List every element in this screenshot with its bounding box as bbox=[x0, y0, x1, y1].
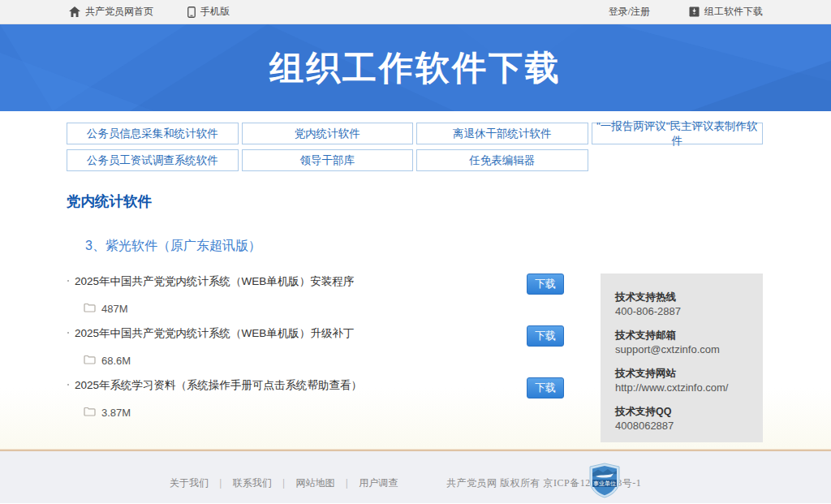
home-link-label: 共产党员网首页 bbox=[85, 5, 153, 19]
login-register-label: 登录/注册 bbox=[609, 5, 650, 19]
file-size: 3.87M bbox=[101, 407, 131, 419]
nav-button-retired-cadre-statistics[interactable]: 离退休干部统计软件 bbox=[416, 123, 588, 144]
file-size: 68.6M bbox=[101, 355, 131, 367]
download-item-head: 2025年中国共产党党内统计系统（WEB单机版）安装程序 下载 bbox=[67, 274, 601, 295]
phone-icon bbox=[187, 6, 196, 18]
content-row: 2025年中国共产党党内统计系统（WEB单机版）安装程序 下载 487M bbox=[67, 274, 763, 442]
footer-link-about[interactable]: 关于我们 bbox=[170, 476, 209, 490]
login-register-link[interactable]: 登录/注册 bbox=[609, 5, 650, 19]
footer-links: 关于我们 ｜ 联系我们 ｜ 网站地图 ｜ 用户调查 bbox=[170, 476, 398, 490]
download-item-meta: 68.6M bbox=[84, 354, 601, 367]
support-qq-label: 技术支持QQ bbox=[615, 405, 748, 419]
file-size: 487M bbox=[101, 303, 128, 315]
download-button[interactable]: 下载 bbox=[527, 325, 564, 347]
support-panel: 技术支持热线 400-806-2887 技术支持邮箱 support@cxtzi… bbox=[601, 274, 763, 442]
page: 共产党员网首页 手机版 登录/注册 组工软件下载 bbox=[0, 0, 831, 504]
topbar-inner: 共产党员网首页 手机版 登录/注册 组工软件下载 bbox=[0, 0, 831, 24]
topbar: 共产党员网首页 手机版 登录/注册 组工软件下载 bbox=[0, 0, 831, 24]
support-qq-value: 4008062887 bbox=[615, 419, 748, 433]
topbar-right: 登录/注册 组工软件下载 bbox=[609, 5, 763, 19]
folder-icon bbox=[84, 405, 96, 420]
support-hotline: 技术支持热线 400-806-2887 bbox=[615, 291, 748, 318]
download-tray-icon bbox=[689, 6, 700, 17]
subsection-title: 3、紫光软件（原广东超讯版） bbox=[85, 238, 763, 255]
page-title: 组织工作软件下载 bbox=[0, 24, 831, 111]
download-item-title: 2025年系统学习资料（系统操作手册可点击系统帮助查看） bbox=[75, 377, 362, 393]
support-website-label: 技术支持网站 bbox=[615, 367, 748, 381]
footer: 关于我们 ｜ 联系我们 ｜ 网站地图 ｜ 用户调查 共产党员网 版权所有 京IC… bbox=[0, 451, 831, 503]
software-download-label: 组工软件下载 bbox=[704, 5, 763, 19]
list-bullet bbox=[67, 384, 69, 386]
footer-link-separator: ｜ bbox=[342, 476, 352, 490]
nav-button-report-review-form[interactable]: "一报告两评议"民主评议表制作软件 bbox=[592, 123, 764, 144]
nav-button-civil-servant-salary-survey[interactable]: 公务员工资试调查系统软件 bbox=[67, 149, 239, 171]
public-institution-badge[interactable]: 事业单位 bbox=[587, 463, 622, 498]
support-email: 技术支持邮箱 support@cxtzinfo.com bbox=[615, 329, 748, 356]
software-download-link[interactable]: 组工软件下载 bbox=[689, 5, 763, 19]
download-item-head: 2025年中国共产党党内统计系统（WEB单机版）升级补丁 下载 bbox=[67, 325, 601, 347]
download-item-title: 2025年中国共产党党内统计系统（WEB单机版）升级补丁 bbox=[75, 325, 354, 341]
nav-button-appointment-form-editor[interactable]: 任免表编辑器 bbox=[416, 149, 588, 171]
support-hotline-label: 技术支持热线 bbox=[615, 291, 748, 304]
list-bullet bbox=[67, 332, 69, 334]
list-bullet bbox=[67, 280, 69, 282]
download-item: 2025年中国共产党党内统计系统（WEB单机版）安装程序 下载 487M bbox=[67, 274, 601, 315]
section-title: 党内统计软件 bbox=[67, 192, 763, 211]
footer-link-separator: ｜ bbox=[279, 476, 289, 490]
support-website: 技术支持网站 http://www.cxtzinfo.com/ bbox=[615, 367, 748, 394]
download-item-meta: 3.87M bbox=[84, 406, 601, 419]
nav-button-party-statistics[interactable]: 党内统计软件 bbox=[242, 123, 414, 144]
footer-link-contact[interactable]: 联系我们 bbox=[233, 476, 272, 490]
folder-icon bbox=[84, 353, 96, 368]
mobile-link[interactable]: 手机版 bbox=[187, 5, 230, 19]
download-item-meta: 487M bbox=[84, 302, 601, 315]
nav-button-leading-cadre-db[interactable]: 领导干部库 bbox=[242, 149, 414, 171]
footer-link-separator: ｜ bbox=[216, 476, 226, 490]
download-button[interactable]: 下载 bbox=[527, 377, 564, 398]
banner: 组织工作软件下载 bbox=[0, 24, 831, 111]
download-list: 2025年中国共产党党内统计系统（WEB单机版）安装程序 下载 487M bbox=[67, 274, 601, 442]
software-category-nav: 公务员信息采集和统计软件 党内统计软件 离退休干部统计软件 "一报告两评议"民主… bbox=[67, 111, 763, 171]
nav-button-civil-servant-info[interactable]: 公务员信息采集和统计软件 bbox=[67, 123, 239, 144]
badge-label: 事业单位 bbox=[593, 480, 616, 486]
download-button[interactable]: 下载 bbox=[527, 274, 564, 295]
download-item: 2025年系统学习资料（系统操作手册可点击系统帮助查看） 下载 3.87M bbox=[67, 377, 601, 419]
support-hotline-value: 400-806-2887 bbox=[615, 304, 748, 318]
mobile-link-label: 手机版 bbox=[200, 5, 230, 19]
main-content: 公务员信息采集和统计软件 党内统计软件 离退休干部统计软件 "一报告两评议"民主… bbox=[0, 111, 831, 449]
home-link[interactable]: 共产党员网首页 bbox=[69, 5, 153, 19]
support-email-label: 技术支持邮箱 bbox=[615, 329, 748, 342]
support-website-value: http://www.cxtzinfo.com/ bbox=[615, 381, 748, 394]
download-item-head: 2025年系统学习资料（系统操作手册可点击系统帮助查看） 下载 bbox=[67, 377, 601, 398]
support-email-value: support@cxtzinfo.com bbox=[615, 342, 748, 356]
download-item: 2025年中国共产党党内统计系统（WEB单机版）升级补丁 下载 68.6M bbox=[67, 325, 601, 367]
topbar-left: 共产党员网首页 手机版 bbox=[69, 5, 230, 19]
footer-link-sitemap[interactable]: 网站地图 bbox=[296, 476, 335, 490]
home-icon bbox=[69, 6, 80, 17]
folder-icon bbox=[84, 301, 96, 316]
download-item-title: 2025年中国共产党党内统计系统（WEB单机版）安装程序 bbox=[75, 274, 354, 289]
footer-link-survey[interactable]: 用户调查 bbox=[359, 476, 398, 490]
support-qq: 技术支持QQ 4008062887 bbox=[615, 405, 748, 433]
